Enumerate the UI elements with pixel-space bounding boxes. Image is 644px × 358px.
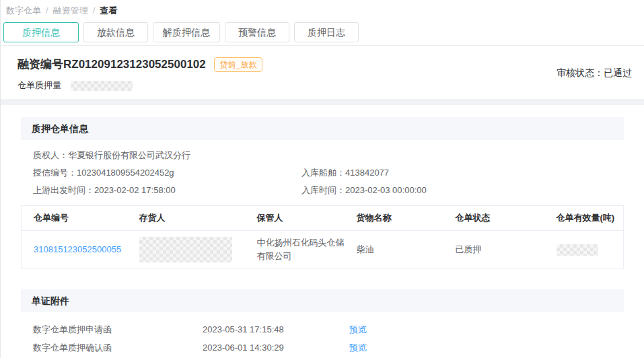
status-badge: 贷前_放款 xyxy=(214,57,263,72)
table-row: 310815123052500055 中化扬州石化码头仓储有限公司 柴油 已质押 xyxy=(22,231,624,269)
attachment-name: 数字仓单质押确认函 xyxy=(33,342,203,354)
field-inbound-time: 入库时间：2023-02-03 00:00:00 xyxy=(301,184,624,196)
main-card: 质押仓单信息 质权人：华夏银行股份有限公司武汉分行 授信编号：102304180… xyxy=(1,105,644,358)
receipt-status-cell: 已质押 xyxy=(456,231,557,269)
attachment-row-application-letter: 数字仓单质押申请函 2023-05-31 17:15:48 预览 xyxy=(33,320,624,338)
goods-name-cell: 柴油 xyxy=(357,231,456,269)
pledge-receipt-section-title: 质押仓单信息 xyxy=(21,117,624,140)
pledge-info-fields: 质权人：华夏银行股份有限公司武汉分行 授信编号：1023041809554202… xyxy=(33,149,624,196)
breadcrumb-item-view: 查看 xyxy=(100,5,117,15)
pledge-quantity-redacted-value xyxy=(71,81,133,91)
pledge-quantity-label: 仓单质押量 xyxy=(17,79,61,92)
tab-bar: 质押信息 放款信息 解质押信息 预警信息 质押日志 xyxy=(3,22,639,45)
tab-pledge-info[interactable]: 质押信息 xyxy=(3,22,79,42)
attachments-section-title: 单证附件 xyxy=(21,289,624,312)
preview-link[interactable]: 预览 xyxy=(349,324,624,336)
header-left: 融资编号RZ01209123123052500102 贷前_放款 仓单质押量 xyxy=(17,57,262,92)
field-upstream-departure-time: 上游出发时间：2023-02-02 17:58:00 xyxy=(33,184,301,196)
depositor-redacted-value xyxy=(139,237,232,262)
breadcrumb-separator: / xyxy=(46,5,48,15)
attachment-name: 数字仓单质押申请函 xyxy=(33,324,203,336)
financing-number-title: 融资编号RZ01209123123052500102 xyxy=(17,57,206,73)
col-valid-quantity: 仓单有效量(吨) xyxy=(557,206,624,231)
field-pledgee: 质权人：华夏银行股份有限公司武汉分行 xyxy=(33,149,624,161)
audit-status-value: 已通过 xyxy=(604,67,632,78)
attachment-row-confirmation-letter: 数字仓单质押确认函 2023-06-01 14:30:29 预览 xyxy=(33,338,624,357)
table-header-row: 仓单编号 存货人 保管人 货物名称 仓单状态 仓单有效量(吨) xyxy=(22,206,624,231)
receipt-number-link[interactable]: 310815123052500055 xyxy=(34,244,121,254)
custodian-cell: 中化扬州石化码头仓储有限公司 xyxy=(257,231,357,269)
receipt-table: 仓单编号 存货人 保管人 货物名称 仓单状态 仓单有效量(吨) 31081512… xyxy=(21,205,624,269)
field-inbound-ship: 入库船舶：413842077 xyxy=(301,167,624,178)
attachment-time: 2023-06-01 14:30:29 xyxy=(203,343,349,353)
header-card: 融资编号RZ01209123123052500102 贷前_放款 仓单质押量 审… xyxy=(1,46,644,99)
breadcrumb-separator: / xyxy=(93,5,96,15)
tab-pledge-log[interactable]: 质押日志 xyxy=(294,22,359,42)
col-receipt-number: 仓单编号 xyxy=(22,206,139,231)
col-custodian: 保管人 xyxy=(257,206,357,231)
tab-loan-info[interactable]: 放款信息 xyxy=(83,22,148,42)
field-credit-number: 授信编号：1023041809554202452g xyxy=(33,167,301,178)
attachment-time: 2023-05-31 17:15:48 xyxy=(203,324,349,334)
breadcrumb-item-financing-management[interactable]: 融资管理 xyxy=(53,5,88,15)
breadcrumb-item-digital-warehouse[interactable]: 数字仓单 xyxy=(6,5,41,15)
audit-status: 审核状态：已通过 xyxy=(557,67,632,79)
preview-link[interactable]: 预览 xyxy=(349,342,624,354)
top-bar: 数字仓单/融资管理/查看 质押信息 放款信息 解质押信息 预警信息 质押日志 xyxy=(1,0,644,46)
attachment-list: 数字仓单质押申请函 2023-05-31 17:15:48 预览 数字仓单质押确… xyxy=(33,320,624,357)
audit-status-label: 审核状态： xyxy=(557,67,604,78)
tab-unpledge-info[interactable]: 解质押信息 xyxy=(153,22,220,42)
col-goods-name: 货物名称 xyxy=(357,206,456,231)
tab-warning-info[interactable]: 预警信息 xyxy=(225,22,289,42)
valid-quantity-redacted-value xyxy=(557,244,598,256)
col-depositor: 存货人 xyxy=(139,206,257,231)
page: 数字仓单/融资管理/查看 质押信息 放款信息 解质押信息 预警信息 质押日志 融… xyxy=(0,0,644,358)
breadcrumb: 数字仓单/融资管理/查看 xyxy=(6,5,639,16)
receipt-table-wrap: 仓单编号 存货人 保管人 货物名称 仓单状态 仓单有效量(吨) 31081512… xyxy=(21,205,624,269)
col-receipt-status: 仓单状态 xyxy=(456,206,557,231)
